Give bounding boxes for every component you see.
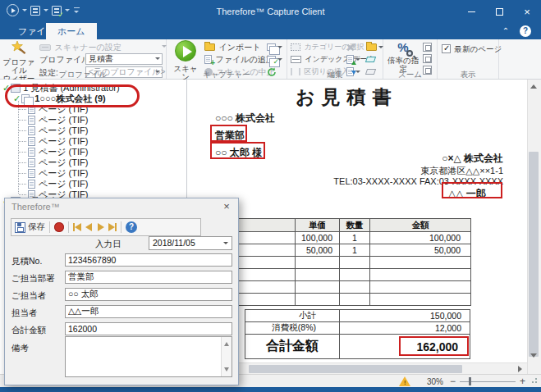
duplicate-check-button[interactable] xyxy=(267,53,282,64)
tree-item-company[interactable]: ✓1○○○株式会社 (9) xyxy=(13,93,106,103)
textarea-scrollbar[interactable] xyxy=(221,337,232,376)
window-bottom-border xyxy=(0,387,541,392)
wand-icon xyxy=(11,40,27,55)
chevron-down-icon xyxy=(223,242,228,247)
index-data-button[interactable]: インデックス データ xyxy=(291,53,375,64)
recipient-dept: 営業部 xyxy=(215,129,245,143)
page-icon xyxy=(28,169,35,178)
merge-icon xyxy=(346,43,355,52)
profile-field-label: プロファイル: xyxy=(39,55,92,64)
tree-item-page[interactable]: ページ (TIF) xyxy=(19,125,88,135)
maximize-button[interactable] xyxy=(485,0,513,23)
item-row: 100,000 1 100,000 xyxy=(237,232,471,244)
import-folder-icon xyxy=(204,43,215,51)
quote-no-field[interactable] xyxy=(65,253,232,267)
scroll-down-icon xyxy=(224,367,229,374)
scan-play-icon xyxy=(175,40,196,62)
collapse-ribbon-icon[interactable]: ⌃ xyxy=(500,26,511,35)
duplicate-button[interactable] xyxy=(267,41,282,52)
col-amount: 金額 xyxy=(370,219,471,232)
scanner-settings-button[interactable]: スキャナーの設定 xyxy=(39,41,121,52)
add-file-icon: + xyxy=(204,55,212,64)
zoom-slider-thumb[interactable] xyxy=(469,377,471,385)
merge-button[interactable] xyxy=(346,41,355,52)
page-icon xyxy=(28,137,35,146)
add-file-button[interactable]: + ファイルの追加 xyxy=(204,53,274,64)
title-bar: Therefore™ Capture Client × xyxy=(0,0,541,23)
remarks-field[interactable] xyxy=(65,336,232,377)
scroll-down-button[interactable] xyxy=(528,352,539,362)
ribbon-group-view: 最新のページ 表示 xyxy=(438,39,499,79)
sender-company: ○×△ 株式会社 xyxy=(442,152,503,166)
total-field[interactable] xyxy=(65,322,232,335)
nav-next-button[interactable] xyxy=(98,223,104,231)
remarks-label: 備考 xyxy=(11,343,29,354)
minimize-button[interactable] xyxy=(457,0,485,23)
scroll-up-button[interactable] xyxy=(528,80,539,90)
duplicate-check-icon xyxy=(267,56,276,63)
eraser-icon xyxy=(365,57,376,62)
tree-item-page[interactable]: ページ (TIF) xyxy=(19,178,88,189)
ribbon-group-profile: プロファイルウィザード スキャナーの設定 プロファイル: 見積書 設定: <元の… xyxy=(0,39,167,79)
index-data-dialog: Therefore™ × 保存 ? 入力日 2018/11/05 見積No. ご… xyxy=(4,198,239,385)
rep-field[interactable] xyxy=(65,305,232,318)
total-row: 合計金額 162,000 xyxy=(245,335,470,359)
resize-grip[interactable] xyxy=(530,378,538,385)
page-up-icon xyxy=(346,55,354,64)
close-button[interactable]: × xyxy=(513,0,541,23)
pages-icon xyxy=(21,94,30,103)
scroll-up-icon xyxy=(224,340,229,346)
zoom-out-button[interactable]: − xyxy=(450,376,456,387)
document-preview[interactable]: お見積書 ○○○ 株式会社 営業部 ○○ 太郎 様 ○×△ 株式会社 東京都港区… xyxy=(187,80,541,374)
sender-person: △△ 一郎 xyxy=(448,187,486,201)
new-folder-button[interactable] xyxy=(366,41,383,52)
zoom-in-button[interactable]: + xyxy=(520,376,525,387)
contact-field[interactable] xyxy=(65,288,232,301)
page-icon xyxy=(28,148,35,157)
cancel-record-button[interactable] xyxy=(54,222,64,232)
save-button[interactable]: 保存 xyxy=(15,221,45,233)
move-page-up-button[interactable] xyxy=(346,53,360,64)
fit-width-button[interactable] xyxy=(423,52,432,63)
nav-last-button[interactable] xyxy=(108,223,117,231)
percent-zoom-icon: % xyxy=(393,40,413,57)
help-button[interactable]: ? xyxy=(520,25,531,37)
item-row: 50,000 1 50,000 xyxy=(237,244,471,257)
tree-item-page[interactable]: ページ (TIF) xyxy=(19,103,88,114)
tree-item-page[interactable]: ページ (TIF) xyxy=(19,135,88,146)
check-icon: ✓ xyxy=(2,83,10,93)
invoice-title: お見積書 xyxy=(296,84,398,110)
scroll-right-button[interactable] xyxy=(516,363,527,374)
ribbon: プロファイルウィザード スキャナーの設定 プロファイル: 見積書 設定: <元の… xyxy=(0,39,541,80)
therefore-capture-client-window: { "window": { "title": "Therefore™ Captu… xyxy=(0,0,541,392)
record-navigation xyxy=(73,223,117,231)
item-row-empty xyxy=(237,294,471,306)
tree-item-page[interactable]: ページ (TIF) xyxy=(19,146,88,157)
nav-previous-button[interactable] xyxy=(85,223,92,231)
tree-item-page[interactable]: ページ (TIF) xyxy=(19,157,88,167)
zoom-100-icon xyxy=(423,43,432,52)
tree-item-page[interactable]: ページ (TIF) xyxy=(19,114,88,125)
col-unit-price: 単価 xyxy=(296,219,340,232)
item-row-empty xyxy=(237,281,471,294)
profile-select[interactable]: 見積書 xyxy=(85,53,163,65)
quote-no-label: 見積No. xyxy=(11,256,42,267)
latest-page-checkbox[interactable]: 最新のページ xyxy=(442,43,502,53)
dialog-help-button[interactable]: ? xyxy=(126,221,137,233)
honorific: 様 xyxy=(252,147,262,158)
dialog-close-button[interactable]: × xyxy=(220,200,233,213)
horizontal-scroll-thumb[interactable] xyxy=(249,365,462,373)
nav-first-button[interactable] xyxy=(73,223,81,231)
input-date-select[interactable]: 2018/11/05 xyxy=(149,236,232,250)
import-button[interactable]: インポート xyxy=(204,41,260,52)
tree-item-page[interactable]: ページ (TIF) xyxy=(19,167,88,178)
vertical-scrollbar[interactable] xyxy=(527,80,539,374)
dept-field[interactable] xyxy=(65,271,232,284)
document-icon xyxy=(11,84,21,93)
tree-item-batch-1[interactable]: ✓1 見積書 (Administrator) xyxy=(2,82,120,93)
eraser-button[interactable] xyxy=(366,53,375,64)
zoom-100-button[interactable] xyxy=(423,41,432,52)
tab-home[interactable]: ホーム xyxy=(46,23,97,39)
vertical-scroll-thumb[interactable] xyxy=(529,152,539,357)
subtotal-row: 小計 150,000 xyxy=(245,310,470,322)
